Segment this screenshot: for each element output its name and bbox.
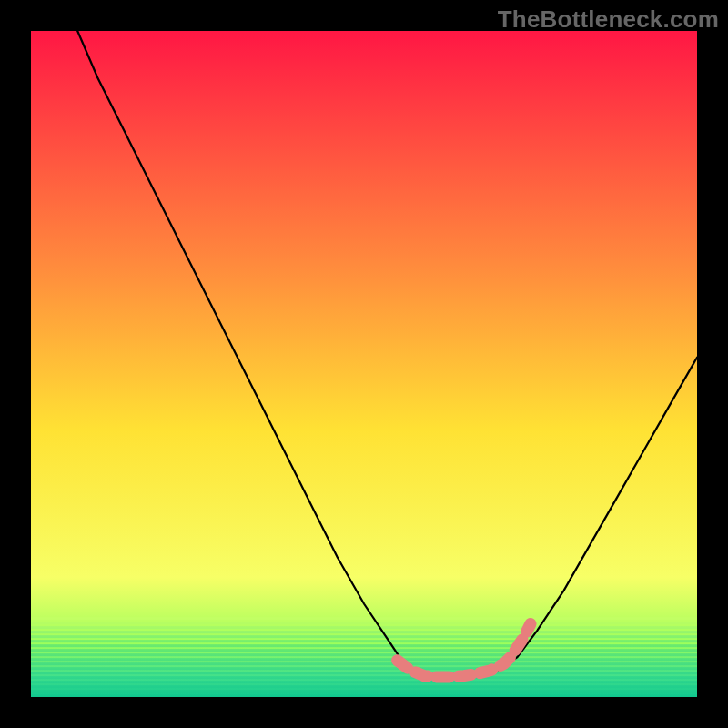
svg-rect-10 — [31, 662, 697, 665]
svg-rect-0 — [31, 617, 697, 620]
svg-rect-6 — [31, 644, 697, 647]
svg-rect-4 — [31, 635, 697, 638]
watermark-text: TheBottleneck.com — [498, 5, 719, 34]
svg-rect-5 — [31, 640, 697, 642]
bottleneck-chart — [31, 31, 697, 697]
svg-rect-1 — [31, 622, 697, 624]
svg-rect-13 — [31, 676, 697, 679]
svg-rect-17 — [31, 694, 697, 697]
svg-rect-16 — [31, 690, 697, 693]
svg-rect-12 — [31, 672, 697, 674]
svg-rect-9 — [31, 658, 697, 661]
svg-rect-8 — [31, 653, 697, 656]
chart-stage: TheBottleneck.com — [0, 0, 728, 728]
svg-rect-14 — [31, 681, 697, 683]
svg-rect-15 — [31, 685, 697, 688]
svg-rect-11 — [31, 667, 697, 670]
svg-rect-3 — [31, 631, 697, 633]
svg-rect-7 — [31, 649, 697, 652]
gradient-background — [31, 31, 697, 697]
svg-rect-2 — [31, 626, 697, 629]
plot-area — [31, 31, 697, 697]
